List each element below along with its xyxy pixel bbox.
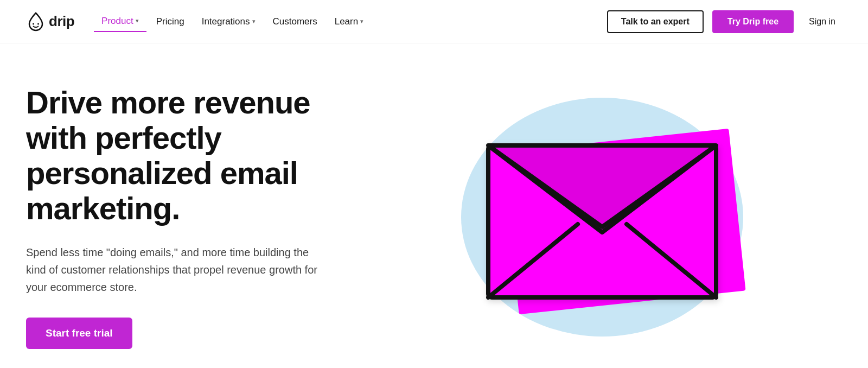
start-free-trial-button[interactable]: Start free trial [26,318,132,349]
nav-link-customers[interactable]: Customers [265,12,325,31]
main-nav: drip Product ▾ Pricing Integrations ▾ Cu… [0,0,868,43]
nav-link-product[interactable]: Product ▾ [94,11,146,32]
svg-point-0 [33,23,34,24]
talk-to-expert-button[interactable]: Talk to an expert [607,10,704,33]
nav-link-integrations[interactable]: Integrations ▾ [194,12,263,31]
try-drip-free-button[interactable]: Try Drip free [712,10,794,33]
nav-item-pricing: Pricing [149,12,192,31]
logo-link[interactable]: drip [26,12,74,31]
nav-link-learn[interactable]: Learn ▾ [327,12,371,31]
nav-item-integrations: Integrations ▾ [194,12,263,31]
nav-item-product: Product ▾ [94,11,146,32]
nav-links: Product ▾ Pricing Integrations ▾ Custome… [94,11,371,32]
logo-text: drip [49,13,74,30]
drip-logo-icon [26,12,46,31]
svg-point-1 [37,23,39,24]
chevron-down-icon: ▾ [136,17,139,24]
nav-right: Talk to an expert Try Drip free Sign in [607,10,842,33]
nav-link-pricing[interactable]: Pricing [149,12,192,31]
chevron-down-icon: ▾ [252,18,256,25]
hero-illustration [362,76,842,358]
chevron-down-icon: ▾ [360,18,363,25]
nav-item-learn: Learn ▾ [327,12,371,31]
envelope-illustration [477,124,727,310]
hero-content: Drive more revenue with perfectly person… [26,85,362,349]
envelope-svg [477,124,727,308]
hero-headline: Drive more revenue with perfectly person… [26,85,362,226]
hero-subtext: Spend less time "doing emails," and more… [26,244,330,296]
sign-in-link[interactable]: Sign in [802,12,842,31]
hero-section: Drive more revenue with perfectly person… [0,43,868,368]
nav-item-customers: Customers [265,12,325,31]
